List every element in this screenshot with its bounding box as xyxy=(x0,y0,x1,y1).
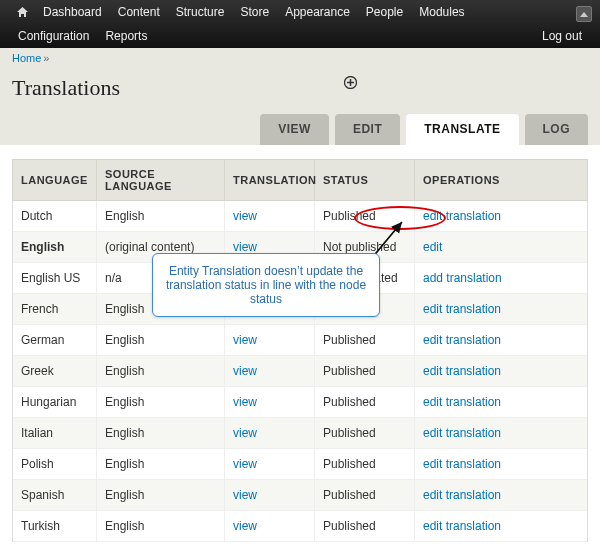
menu-content[interactable]: Content xyxy=(110,1,168,23)
table-row: GreekEnglishviewPublishededit translatio… xyxy=(13,356,588,387)
operations-cell: edit translation xyxy=(415,449,588,480)
menu-store[interactable]: Store xyxy=(232,1,277,23)
status-cell: Published xyxy=(315,511,415,542)
table-row: ItalianEnglishviewPublishededit translat… xyxy=(13,418,588,449)
language-cell: German xyxy=(13,325,97,356)
source-language-cell: English xyxy=(97,387,225,418)
operation-link[interactable]: add translation xyxy=(423,271,502,285)
translation-cell: view xyxy=(225,449,315,480)
view-translation-link[interactable]: view xyxy=(233,209,257,223)
menu-reports[interactable]: Reports xyxy=(97,25,155,47)
operation-link[interactable]: edit translation xyxy=(423,426,501,440)
operation-link[interactable]: edit translation xyxy=(423,209,501,223)
status-cell: Published xyxy=(315,387,415,418)
menu-structure[interactable]: Structure xyxy=(168,1,233,23)
table-header-row: LANGUAGESOURCE LANGUAGETRANSLATIONSTATUS… xyxy=(13,160,588,201)
breadcrumb-sep: » xyxy=(41,52,49,64)
language-cell: English xyxy=(13,232,97,263)
page-header: Home» Translations VIEWEDITTRANSLATELOG xyxy=(0,48,600,145)
table-row: PolishEnglishviewPublishededit translati… xyxy=(13,449,588,480)
operations-cell: edit translation xyxy=(415,418,588,449)
view-translation-link[interactable]: view xyxy=(233,364,257,378)
translation-cell: view xyxy=(225,418,315,449)
operation-link[interactable]: edit translation xyxy=(423,302,501,316)
language-cell: Dutch xyxy=(13,201,97,232)
tab-edit[interactable]: EDIT xyxy=(335,114,400,145)
source-language-cell: English xyxy=(97,201,225,232)
status-cell: Published xyxy=(315,480,415,511)
operations-cell: edit translation xyxy=(415,201,588,232)
language-cell: Greek xyxy=(13,356,97,387)
view-translation-link[interactable]: view xyxy=(233,457,257,471)
view-translation-link[interactable]: view xyxy=(233,426,257,440)
breadcrumb-home[interactable]: Home xyxy=(12,52,41,64)
page-title: Translations xyxy=(12,75,120,101)
table-row: HungarianEnglishviewPublishededit transl… xyxy=(13,387,588,418)
annotation-text: Entity Translation doesn’t update the tr… xyxy=(166,264,366,306)
operation-link[interactable]: edit xyxy=(423,240,442,254)
column-header: STATUS xyxy=(315,160,415,201)
operations-cell: edit translation xyxy=(415,387,588,418)
operation-link[interactable]: edit translation xyxy=(423,395,501,409)
operation-link[interactable]: edit translation xyxy=(423,488,501,502)
toolbar-toggle-button[interactable] xyxy=(576,6,592,22)
tab-translate[interactable]: TRANSLATE xyxy=(406,114,518,145)
table-row: SpanishEnglishviewPublishededit translat… xyxy=(13,480,588,511)
view-translation-link[interactable]: view xyxy=(233,240,257,254)
menu-people[interactable]: People xyxy=(358,1,411,23)
translation-cell: view xyxy=(225,480,315,511)
column-header: OPERATIONS xyxy=(415,160,588,201)
column-header: SOURCE LANGUAGE xyxy=(97,160,225,201)
language-cell: Spanish xyxy=(13,480,97,511)
view-translation-link[interactable]: view xyxy=(233,519,257,533)
status-cell: Published xyxy=(315,356,415,387)
source-language-cell: English xyxy=(97,418,225,449)
table-row: GermanEnglishviewPublishededit translati… xyxy=(13,325,588,356)
home-icon[interactable] xyxy=(10,2,35,22)
language-cell: English US xyxy=(13,263,97,294)
tab-view[interactable]: VIEW xyxy=(260,114,329,145)
view-translation-link[interactable]: view xyxy=(233,333,257,347)
status-cell: Published xyxy=(315,325,415,356)
menu-configuration[interactable]: Configuration xyxy=(10,25,97,47)
operation-link[interactable]: edit translation xyxy=(423,333,501,347)
table-row: TurkishEnglishviewPublishededit translat… xyxy=(13,511,588,542)
operations-cell: add translation xyxy=(415,263,588,294)
operation-link[interactable]: edit translation xyxy=(423,364,501,378)
menu-modules[interactable]: Modules xyxy=(411,1,472,23)
admin-toolbar: Dashboard Content Structure Store Appear… xyxy=(0,0,600,48)
language-cell: Italian xyxy=(13,418,97,449)
translations-table: LANGUAGESOURCE LANGUAGETRANSLATIONSTATUS… xyxy=(12,159,588,542)
translation-cell: view xyxy=(225,511,315,542)
operation-link[interactable]: edit translation xyxy=(423,457,501,471)
source-language-cell: English xyxy=(97,325,225,356)
column-header: TRANSLATION xyxy=(225,160,315,201)
status-cell: Published xyxy=(315,418,415,449)
breadcrumb: Home» xyxy=(12,50,588,66)
language-cell: Polish xyxy=(13,449,97,480)
translation-cell: view xyxy=(225,387,315,418)
operation-link[interactable]: edit translation xyxy=(423,519,501,533)
main-content: LANGUAGESOURCE LANGUAGETRANSLATIONSTATUS… xyxy=(0,145,600,546)
logout-link[interactable]: Log out xyxy=(534,25,590,47)
tab-log[interactable]: LOG xyxy=(525,114,589,145)
source-language-cell: English xyxy=(97,356,225,387)
operations-cell: edit translation xyxy=(415,356,588,387)
status-cell: Published xyxy=(315,201,415,232)
source-language-cell: English xyxy=(97,480,225,511)
status-cell: Published xyxy=(315,449,415,480)
operations-cell: edit translation xyxy=(415,294,588,325)
language-cell: French xyxy=(13,294,97,325)
annotation-callout: Entity Translation doesn’t update the tr… xyxy=(152,253,380,317)
translation-cell: view xyxy=(225,356,315,387)
operations-cell: edit xyxy=(415,232,588,263)
view-translation-link[interactable]: view xyxy=(233,395,257,409)
menu-appearance[interactable]: Appearance xyxy=(277,1,358,23)
operations-cell: edit translation xyxy=(415,511,588,542)
menu-dashboard[interactable]: Dashboard xyxy=(35,1,110,23)
column-header: LANGUAGE xyxy=(13,160,97,201)
add-icon[interactable] xyxy=(344,76,357,89)
tabs: VIEWEDITTRANSLATELOG xyxy=(12,114,588,145)
language-cell: Turkish xyxy=(13,511,97,542)
view-translation-link[interactable]: view xyxy=(233,488,257,502)
